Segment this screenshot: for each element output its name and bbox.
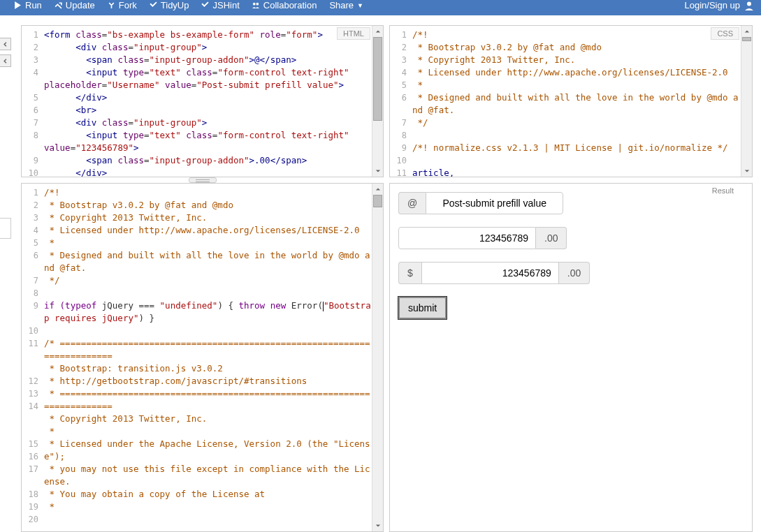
scroll-thumb[interactable]	[373, 37, 382, 121]
scroll-down-icon[interactable]	[741, 165, 752, 177]
amount-input-1[interactable]	[398, 227, 536, 249]
scrollbar[interactable]	[741, 26, 752, 177]
topbar: Run Update Fork TidyUp JSHint Collaborat…	[0, 0, 761, 15]
input-group-2: .00	[398, 227, 556, 249]
result-panel: Result @ .00 $ .00 submit	[389, 183, 753, 532]
topbar-left: Run Update Fork TidyUp JSHint Collaborat…	[14, 0, 363, 10]
cents-addon: .00	[536, 227, 567, 249]
splitter-handle[interactable]	[189, 177, 217, 183]
scroll-up-icon[interactable]	[372, 26, 383, 37]
scroll-thumb[interactable]	[742, 37, 751, 41]
scroll-up-icon[interactable]	[372, 184, 383, 195]
scrollbar[interactable]	[372, 26, 383, 177]
css-gutter: 1234567891011	[390, 26, 411, 177]
fork-button[interactable]: Fork	[108, 0, 137, 10]
update-button[interactable]: Update	[55, 0, 95, 10]
scroll-up-icon[interactable]	[741, 26, 752, 37]
html-gutter: 12345678910	[22, 26, 43, 177]
cents-addon-2: .00	[559, 262, 590, 284]
jshint-button[interactable]: JSHint	[201, 0, 239, 10]
html-panel-label: HTML	[337, 27, 370, 40]
css-panel-label: CSS	[711, 27, 739, 40]
scroll-thumb[interactable]	[373, 195, 382, 207]
result-content: @ .00 $ .00 submit	[390, 184, 752, 327]
svg-point-2	[747, 1, 751, 6]
login-button[interactable]: Login/Sign up	[684, 0, 754, 10]
result-panel-label: Result	[706, 185, 739, 196]
js-gutter: 1234567891011121314151617181920	[22, 184, 43, 531]
user-icon	[744, 1, 754, 10]
username-input[interactable]	[426, 192, 563, 214]
tidyup-button[interactable]: TidyUp	[150, 0, 189, 10]
svg-point-0	[253, 3, 256, 6]
scroll-down-icon[interactable]	[372, 165, 383, 177]
html-panel: HTML 12345678910 <form class="bs-example…	[21, 25, 384, 177]
submit-button[interactable]: submit	[398, 297, 447, 319]
collaboration-button[interactable]: Collaboration	[252, 0, 317, 10]
at-addon: @	[398, 192, 426, 214]
css-panel: CSS 1234567891011 /*! * Bootstrap v3.0.2…	[389, 25, 753, 177]
amount-input-2[interactable]	[421, 262, 559, 284]
input-group-3: $ .00	[398, 262, 574, 284]
scroll-down-icon[interactable]	[372, 520, 383, 531]
workspace: HTML 12345678910 <form class="bs-example…	[0, 15, 761, 532]
js-panel: 1234567891011121314151617181920 /*! * Bo…	[21, 183, 384, 532]
css-code[interactable]: /*! * Bootstrap v3.0.2 by @fat and @mdo …	[412, 29, 741, 177]
svg-point-1	[256, 3, 259, 6]
js-code[interactable]: /*! * Bootstrap v3.0.2 by @fat and @mdo …	[44, 186, 372, 531]
html-code[interactable]: <form class="bs-example bs-example-form"…	[44, 29, 372, 177]
input-group-1: @	[398, 192, 551, 214]
dollar-addon: $	[398, 262, 421, 284]
share-button[interactable]: Share▼	[329, 0, 363, 10]
chevron-down-icon: ▼	[357, 2, 363, 9]
scrollbar[interactable]	[372, 184, 383, 531]
